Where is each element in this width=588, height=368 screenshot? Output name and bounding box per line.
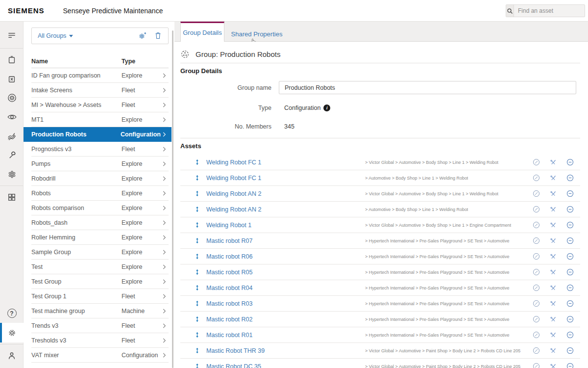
chevron-right-icon[interactable] bbox=[161, 160, 168, 167]
maintenance-tools-icon[interactable] bbox=[549, 300, 557, 308]
chevron-right-icon[interactable] bbox=[161, 102, 168, 108]
group-row[interactable]: Production RobotsConfiguration bbox=[24, 127, 172, 142]
chevron-right-icon[interactable] bbox=[161, 87, 168, 94]
group-row[interactable]: RobodrillExplore bbox=[31, 171, 169, 186]
remove-asset-icon[interactable] bbox=[566, 189, 574, 198]
asset-link[interactable]: Mastic robot R02 bbox=[206, 316, 252, 323]
chevron-right-icon[interactable] bbox=[161, 175, 168, 182]
drag-handle-icon[interactable] bbox=[194, 174, 200, 182]
drag-handle-icon[interactable] bbox=[194, 221, 200, 229]
edit-asset-icon[interactable] bbox=[532, 158, 540, 166]
drag-handle-icon[interactable] bbox=[194, 268, 200, 276]
chevron-right-icon[interactable] bbox=[161, 352, 168, 359]
group-row[interactable]: Test Group 1Fleet bbox=[31, 289, 169, 304]
chevron-right-icon[interactable] bbox=[161, 293, 168, 300]
remove-asset-icon[interactable] bbox=[566, 315, 574, 323]
edit-asset-icon[interactable] bbox=[532, 268, 540, 276]
cluster-icon[interactable] bbox=[0, 165, 24, 184]
chevron-right-icon[interactable] bbox=[161, 219, 168, 226]
edit-asset-icon[interactable] bbox=[532, 315, 540, 323]
chevron-right-icon[interactable] bbox=[161, 263, 168, 270]
edit-asset-icon[interactable] bbox=[532, 174, 540, 182]
group-row[interactable]: PumpsExplore bbox=[31, 157, 169, 171]
group-row[interactable]: Sample GroupExplore bbox=[31, 245, 169, 260]
maintenance-tools-icon[interactable] bbox=[549, 237, 557, 245]
machine-health-icon[interactable] bbox=[0, 88, 24, 107]
group-row[interactable]: Tresholds v3Fleet bbox=[31, 333, 169, 348]
asset-link[interactable]: Mastic Robot THR 39 bbox=[206, 347, 265, 354]
group-row[interactable]: MT1Explore bbox=[31, 112, 169, 127]
drag-handle-icon[interactable] bbox=[194, 300, 200, 307]
asset-link[interactable]: Mastic Robot DC 35 bbox=[206, 363, 261, 368]
maintenance-tools-icon[interactable] bbox=[549, 174, 557, 182]
chevron-right-icon[interactable] bbox=[161, 308, 168, 315]
group-name-input[interactable] bbox=[279, 81, 576, 94]
chevron-right-icon[interactable] bbox=[161, 72, 168, 79]
chevron-right-icon[interactable] bbox=[161, 337, 168, 344]
edit-asset-icon[interactable] bbox=[532, 189, 540, 198]
asset-link[interactable]: Welding Robot FC 1 bbox=[206, 159, 261, 166]
asset-link[interactable]: Mastic robot R07 bbox=[206, 237, 252, 244]
user-icon[interactable] bbox=[0, 346, 24, 365]
group-row[interactable]: Test machine groupMachine bbox=[31, 304, 169, 318]
chevron-right-icon[interactable] bbox=[161, 131, 168, 138]
remove-asset-icon[interactable] bbox=[566, 346, 574, 355]
maintenance-tools-icon[interactable] bbox=[549, 347, 557, 355]
asset-link[interactable]: Mastic robot R01 bbox=[206, 332, 252, 339]
edit-asset-icon[interactable] bbox=[532, 237, 540, 245]
maintenance-tools-icon[interactable] bbox=[549, 253, 557, 261]
remove-asset-icon[interactable] bbox=[566, 268, 574, 276]
maintenance-tools-icon[interactable] bbox=[549, 315, 557, 323]
delete-group-icon[interactable] bbox=[154, 31, 162, 40]
chevron-right-icon[interactable] bbox=[161, 190, 168, 197]
asset-link[interactable]: Mastic robot R06 bbox=[206, 253, 252, 260]
maintenance-tools-icon[interactable] bbox=[549, 158, 557, 166]
maintenance-tools-icon[interactable] bbox=[549, 190, 557, 198]
drag-handle-icon[interactable] bbox=[194, 158, 200, 166]
asset-search[interactable] bbox=[506, 4, 585, 17]
maintenance-tools-icon[interactable] bbox=[549, 221, 557, 229]
edit-asset-icon[interactable] bbox=[532, 299, 540, 308]
dashboard-grid-icon[interactable] bbox=[0, 187, 24, 207]
drag-handle-icon[interactable] bbox=[194, 315, 200, 323]
group-row[interactable]: RobotsExplore bbox=[31, 186, 169, 201]
remove-asset-icon[interactable] bbox=[566, 299, 574, 308]
maintenance-tools-icon[interactable] bbox=[549, 268, 557, 276]
add-group-icon[interactable] bbox=[138, 31, 147, 40]
drag-handle-icon[interactable] bbox=[194, 190, 200, 197]
remove-asset-icon[interactable] bbox=[566, 158, 574, 166]
group-row[interactable]: TestExplore bbox=[31, 260, 169, 274]
chevron-right-icon[interactable] bbox=[161, 322, 168, 329]
edit-asset-icon[interactable] bbox=[532, 284, 540, 292]
drag-handle-icon[interactable] bbox=[194, 237, 200, 244]
chevron-right-icon[interactable] bbox=[161, 205, 168, 211]
group-row[interactable]: MI > Warehouse > AssetsFleet bbox=[31, 98, 169, 112]
asset-link[interactable]: Welding Robot AN 2 bbox=[206, 206, 261, 213]
chevron-right-icon[interactable] bbox=[161, 249, 168, 256]
drag-handle-icon[interactable] bbox=[194, 347, 200, 354]
edit-asset-icon[interactable] bbox=[532, 252, 540, 261]
asset-link[interactable]: Mastic robot R03 bbox=[206, 300, 252, 307]
remove-asset-icon[interactable] bbox=[566, 362, 574, 368]
all-groups-dropdown[interactable]: All Groups bbox=[38, 32, 73, 39]
info-icon[interactable]: i bbox=[323, 105, 330, 111]
group-row[interactable]: ID Fan group comparisonExplore bbox=[31, 68, 169, 83]
cases-icon[interactable] bbox=[0, 69, 24, 88]
remove-asset-icon[interactable] bbox=[566, 174, 574, 182]
sidebar-scrollbar[interactable] bbox=[172, 30, 173, 368]
group-row[interactable]: Prognostics v3Fleet bbox=[31, 142, 169, 157]
drag-handle-icon[interactable] bbox=[194, 331, 200, 339]
remove-asset-icon[interactable] bbox=[566, 331, 574, 339]
search-input[interactable] bbox=[514, 5, 588, 17]
help-icon[interactable]: ? bbox=[0, 304, 24, 323]
drag-handle-icon[interactable] bbox=[194, 253, 200, 260]
group-row[interactable]: Roller HemmingExplore bbox=[31, 230, 169, 245]
drag-handle-icon[interactable] bbox=[194, 284, 200, 291]
maintenance-tools-icon[interactable] bbox=[549, 206, 557, 213]
maintenance-tools-icon[interactable] bbox=[549, 363, 557, 368]
drag-handle-icon[interactable] bbox=[194, 206, 200, 213]
asset-link[interactable]: Welding Robot AN 2 bbox=[206, 190, 261, 197]
edit-asset-icon[interactable] bbox=[532, 362, 540, 368]
edit-asset-icon[interactable] bbox=[532, 221, 540, 229]
remove-asset-icon[interactable] bbox=[566, 205, 574, 213]
